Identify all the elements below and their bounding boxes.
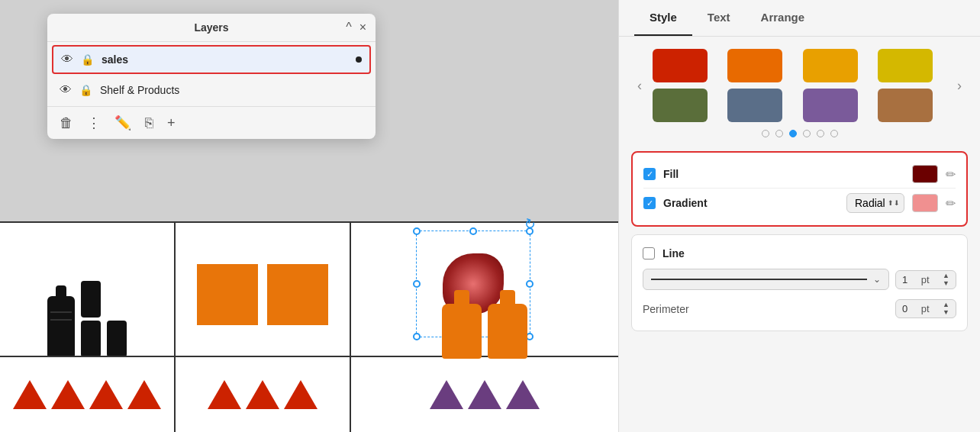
swatch-purple[interactable] [803,89,858,122]
line-thickness-up[interactable]: ▲ [943,272,949,279]
swatch-prev-btn[interactable]: ‹ [634,78,645,94]
visibility-icon-shelf[interactable]: 👁 [60,83,72,97]
perimeter-value: 0 [902,303,907,314]
more-icon[interactable]: ⋮ [87,114,101,131]
collapse-icon[interactable]: ^ [346,21,352,34]
canvas-cell-2 [176,223,351,366]
visibility-icon[interactable]: 👁 [61,53,73,66]
swatch-dot-6[interactable] [830,130,838,137]
gradient-type-wrapper[interactable]: Linear Radial None [846,193,904,213]
layers-title: Layers [194,21,228,34]
swatch-dot-4[interactable] [803,130,811,137]
canvas-cell-1 [0,223,176,366]
line-thickness-stepper[interactable]: ▲ ▼ [943,272,949,287]
layers-panel: Layers ^ × 👁 🔒 sales 👁 🔒 Shelf & Product… [47,14,376,139]
bottom-cell-1 [0,357,176,432]
copy-icon[interactable]: ⎘ [145,115,153,131]
gradient-edit-icon[interactable]: ✏ [946,196,956,211]
gradient-type-select[interactable]: Linear Radial None [846,193,904,213]
layer-row-shelf[interactable]: 👁 🔒 Shelf & Products [52,77,371,103]
line-thickness-unit: pt [921,274,930,285]
swatch-yellow[interactable] [878,49,933,82]
close-icon[interactable]: × [359,21,366,34]
gradient-label: Gradient [663,197,839,209]
swatch-red[interactable] [653,49,708,82]
trash-icon[interactable]: 🗑 [60,115,73,131]
line-thickness-value: 1 [902,274,907,285]
swatch-orange[interactable] [727,49,782,82]
swatch-green[interactable] [653,89,708,122]
gradient-checkbox[interactable]: ✓ [643,197,656,209]
fill-label: Fill [663,168,904,180]
swatch-dot-1[interactable] [762,130,769,137]
perimeter-down[interactable]: ▼ [943,309,949,316]
perimeter-unit: pt [921,303,930,314]
layer-name-shelf: Shelf & Products [100,84,363,96]
fill-color-swatch[interactable] [912,165,938,183]
right-panel: Style Text Arrange ‹ › [618,0,980,432]
canvas-cell-3: ↻ [351,223,618,366]
perimeter-input[interactable]: 0 pt ▲ ▼ [895,299,956,318]
tab-arrange[interactable]: Arrange [746,0,820,36]
line-label: Line [662,247,685,260]
layer-name-sales: sales [102,53,348,66]
line-style-selector[interactable]: ⌄ [643,269,889,290]
swatch-dots [634,130,965,137]
swatch-nav: ‹ › [634,49,965,122]
gradient-row: ✓ Gradient Linear Radial None ✏ [643,188,956,218]
swatches-section: ‹ › [619,37,980,143]
tab-style[interactable]: Style [634,0,692,36]
panel-tabs: Style Text Arrange [619,0,980,37]
tab-text[interactable]: Text [692,0,746,36]
swatch-next-btn[interactable]: › [954,78,965,94]
swatch-dot-3[interactable] [789,130,797,137]
perimeter-up[interactable]: ▲ [943,301,949,308]
add-icon[interactable]: + [167,115,176,131]
fill-gradient-section: ✓ Fill ✏ ✓ Gradient Linear Radial None ✏ [631,151,968,227]
fill-edit-icon[interactable]: ✏ [946,167,956,182]
line-row: Line [643,243,956,264]
line-thickness-input[interactable]: 1 pt ▲ ▼ [895,270,956,289]
swatch-brown[interactable] [878,89,933,122]
fill-row: ✓ Fill ✏ [643,160,956,188]
layers-header: Layers ^ × [47,14,376,42]
bottom-cell-2 [176,357,351,432]
edit-icon[interactable]: ✏️ [114,114,131,131]
perimeter-label: Perimeter [643,303,889,315]
lock-icon-shelf[interactable]: 🔒 [79,84,92,96]
layer-row-sales[interactable]: 👁 🔒 sales [52,45,371,74]
fill-checkbox[interactable]: ✓ [643,168,656,180]
line-section: Line ⌄ 1 pt ▲ ▼ Perimeter 0 pt ▲ [631,234,968,331]
swatch-dot-2[interactable] [775,130,783,137]
swatch-dot-5[interactable] [817,130,824,137]
line-checkbox[interactable] [643,247,655,260]
gradient-color-swatch[interactable] [912,194,938,212]
swatch-blue-gray[interactable] [727,89,782,122]
line-thickness-down[interactable]: ▼ [943,280,949,287]
lock-icon[interactable]: 🔒 [81,53,94,66]
swatches-grid [653,49,946,122]
layer-active-dot [356,56,362,63]
layers-footer: 🗑 ⋮ ✏️ ⎘ + [47,106,376,139]
bottom-cell-3 [351,357,618,432]
swatch-amber[interactable] [803,49,858,82]
perimeter-stepper[interactable]: ▲ ▼ [943,301,949,316]
line-style-row: ⌄ 1 pt ▲ ▼ [643,264,956,295]
perimeter-row: Perimeter 0 pt ▲ ▼ [643,295,956,323]
